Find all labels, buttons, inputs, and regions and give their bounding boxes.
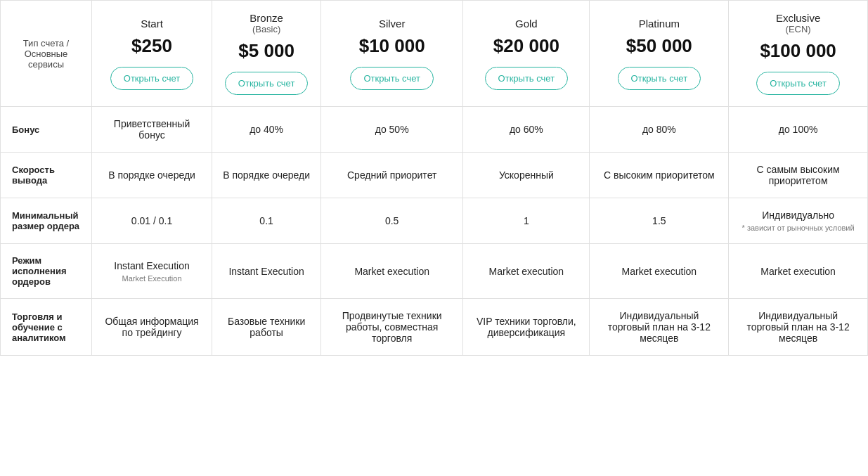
cell-r3-c2: Market execution [321, 244, 463, 299]
table-row-0: БонусПриветственный бонусдо 40%до 50%до … [1, 107, 868, 153]
col-sub-exclusive: (ECN) [737, 24, 859, 34]
cell-r1-c3: Ускоренный [463, 153, 590, 198]
cell-r4-c0: Общая информация по трейдингу [92, 299, 212, 356]
col-header-start: Start$250Открыть счет [92, 1, 212, 107]
col-amount-start: $250 [101, 35, 203, 57]
top-left-label: Тип счета /Основныесервисы [1, 1, 92, 107]
open-account-btn-platinum[interactable]: Открыть счет [618, 67, 701, 90]
cell-r4-c4: Индивидуальный торговый план на 3-12 мес… [590, 299, 729, 356]
col-amount-gold: $20 000 [472, 35, 581, 57]
col-amount-silver: $10 000 [330, 35, 454, 57]
cell-r1-c0: В порядке очереди [92, 153, 212, 198]
col-header-gold: Gold$20 000Открыть счет [463, 1, 590, 107]
open-account-btn-silver[interactable]: Открыть счет [350, 67, 434, 90]
cell-r4-c1: Базовые техники работы [212, 299, 321, 356]
cell-r2-c0: 0.01 / 0.1 [92, 198, 212, 244]
open-account-btn-bronze[interactable]: Открыть счет [225, 72, 309, 95]
cell-r3-c0: Instant ExecutionMarket Execution [92, 244, 212, 299]
col-name-gold: Gold [472, 18, 581, 30]
table-row-2: Минимальный размер ордера0.01 / 0.10.10.… [1, 198, 868, 244]
cell-r3-c3: Market execution [463, 244, 590, 299]
row-label-4: Торговля и обучение с аналитиком [1, 299, 92, 356]
col-name-exclusive: Exclusive [737, 12, 859, 24]
cell-r1-c1: В порядке очереди [212, 153, 321, 198]
cell-r4-c3: VIP техники торговли, диверсификация [463, 299, 590, 356]
cell-r0-c0: Приветственный бонус [92, 107, 212, 153]
table-row-3: Режим исполнения ордеровInstant Executio… [1, 244, 868, 299]
col-name-bronze: Bronze [221, 12, 312, 24]
cell-r2-c1: 0.1 [212, 198, 321, 244]
cell-r4-c2: Продвинутые техники работы, совместная т… [321, 299, 463, 356]
row-label-0: Бонус [1, 107, 92, 153]
col-amount-bronze: $5 000 [221, 40, 312, 62]
col-header-bronze: Bronze(Basic)$5 000Открыть счет [212, 1, 321, 107]
cell-r3-c4: Market execution [590, 244, 729, 299]
cell-r3-c1: Instant Execution [212, 244, 321, 299]
col-header-platinum: Platinum$50 000Открыть счет [590, 1, 729, 107]
cell-r0-c4: до 80% [590, 107, 729, 153]
table-row-1: Скорость выводаВ порядке очередиВ порядк… [1, 153, 868, 198]
row-label-2: Минимальный размер ордера [1, 198, 92, 244]
pricing-table-wrapper: Тип счета /Основныесервисы Start$250Откр… [0, 0, 868, 356]
cell-r1-c5: С самым высоким приоритетом [729, 153, 868, 198]
row-label-3: Режим исполнения ордеров [1, 244, 92, 299]
table-row-4: Торговля и обучение с аналитикомОбщая ин… [1, 299, 868, 356]
col-name-platinum: Platinum [598, 18, 720, 30]
cell-r1-c2: Средний приоритет [321, 153, 463, 198]
open-account-btn-start[interactable]: Открыть счет [110, 67, 194, 90]
col-name-silver: Silver [330, 18, 454, 30]
cell-r4-c5: Индивидуальный торговый план на 3-12 мес… [729, 299, 868, 356]
cell-r2-c3: 1 [463, 198, 590, 244]
cell-r0-c5: до 100% [729, 107, 868, 153]
cell-r0-c2: до 50% [321, 107, 463, 153]
col-header-exclusive: Exclusive(ECN)$100 000Открыть счет [729, 1, 868, 107]
cell-r2-c4: 1.5 [590, 198, 729, 244]
cell-r2-c5: Индивидуально* зависит от рыночных услов… [729, 198, 868, 244]
cell-r3-c5: Market execution [729, 244, 868, 299]
col-amount-platinum: $50 000 [598, 35, 720, 57]
cell-r2-c2: 0.5 [321, 198, 463, 244]
cell-r1-c4: С высоким приоритетом [590, 153, 729, 198]
pricing-table: Тип счета /Основныесервисы Start$250Откр… [0, 0, 868, 356]
open-account-btn-exclusive[interactable]: Открыть счет [756, 72, 840, 95]
cell-r0-c1: до 40% [212, 107, 321, 153]
open-account-btn-gold[interactable]: Открыть счет [485, 67, 569, 90]
col-header-silver: Silver$10 000Открыть счет [321, 1, 463, 107]
row-label-1: Скорость вывода [1, 153, 92, 198]
col-sub-bronze: (Basic) [221, 24, 312, 34]
cell-r0-c3: до 60% [463, 107, 590, 153]
col-amount-exclusive: $100 000 [737, 40, 859, 62]
col-name-start: Start [101, 18, 203, 30]
